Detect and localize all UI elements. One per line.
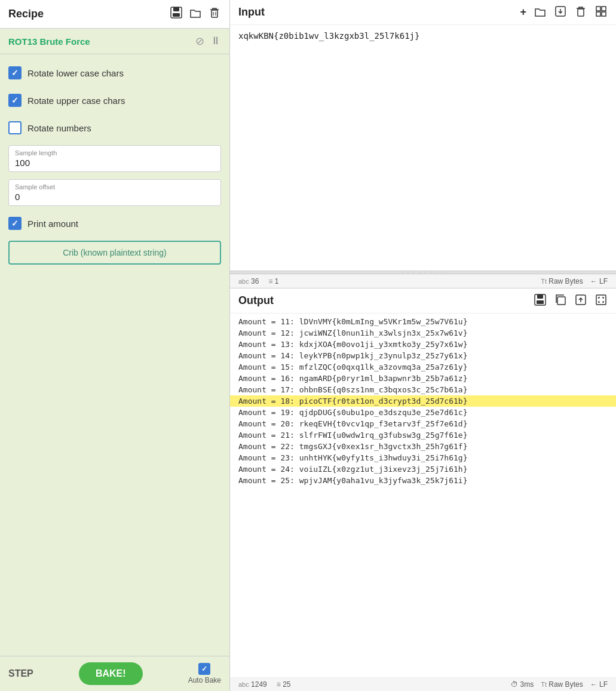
svg-rect-1 bbox=[173, 7, 179, 11]
output-content: Amount = 11: lDVnVMY{k0mLmIng_w5VKr1m5w_… bbox=[230, 314, 616, 677]
print-amount-row: ✓ Print amount bbox=[8, 213, 221, 234]
output-export-icon[interactable] bbox=[574, 293, 587, 308]
recipe-footer: STEP BAKE! ✓ Auto Bake bbox=[0, 656, 229, 691]
output-time: ⏱ 3ms bbox=[511, 680, 534, 689]
input-encoding: Tt Raw Bytes bbox=[541, 277, 583, 285]
output-line: Amount = 24: voiuIZL{x0zgz1ut_j3ixevz3j_… bbox=[230, 463, 616, 475]
svg-rect-19 bbox=[596, 295, 606, 305]
output-section: Output bbox=[230, 288, 616, 691]
svg-rect-16 bbox=[557, 297, 565, 305]
svg-rect-10 bbox=[602, 7, 606, 11]
pause-icon[interactable]: ⏸ bbox=[210, 35, 221, 48]
checkmark: ✓ bbox=[11, 96, 19, 105]
output-line: Amount = 12: jcwiWNZ{l0nun1ih_x3wlsjn3x_… bbox=[230, 327, 616, 339]
rotate-numbers-row: Rotate numbers bbox=[8, 118, 221, 138]
output-line: Amount = 22: tmgsGXJ{v0xex1sr_h3gvctx3h_… bbox=[230, 441, 616, 452]
checkmark: ✓ bbox=[11, 68, 19, 78]
sample-length-group[interactable]: Sample length 100 bbox=[8, 145, 221, 172]
output-save-icon[interactable] bbox=[534, 293, 547, 308]
recipe-header-title: Recipe bbox=[8, 8, 44, 20]
output-line: Amount = 18: picoCTF{r0tat1on_d3crypt3d_… bbox=[230, 395, 616, 407]
svg-rect-15 bbox=[537, 300, 544, 304]
recipe-name-label: ROT13 Brute Force bbox=[8, 36, 90, 47]
input-section: Input + bbox=[230, 0, 616, 288]
output-line: Amount = 16: ngamARD{p0ryr1ml_b3apwnr3b_… bbox=[230, 373, 616, 384]
output-line: Amount = 19: qjdpDUG{s0ubu1po_e3dszqu3e_… bbox=[230, 407, 616, 418]
rotate-upper-label: Rotate upper case chars bbox=[27, 96, 125, 106]
rotate-numbers-checkbox[interactable] bbox=[8, 121, 22, 134]
recipe-header: Recipe bbox=[0, 0, 229, 29]
auto-bake-label: Auto Bake bbox=[188, 676, 221, 684]
sample-offset-value[interactable]: 0 bbox=[15, 192, 214, 202]
sample-length-label: Sample length bbox=[15, 149, 214, 156]
recipe-name-bar: ROT13 Brute Force ⊘ ⏸ bbox=[0, 29, 229, 54]
output-maximize-icon[interactable] bbox=[594, 293, 608, 308]
svg-rect-8 bbox=[578, 9, 584, 16]
auto-bake-checkbox[interactable]: ✓ bbox=[198, 663, 210, 675]
output-copy-icon[interactable] bbox=[554, 293, 567, 308]
input-header-icons: + bbox=[520, 5, 608, 20]
input-line-count: ≡ 1 bbox=[268, 277, 278, 285]
print-amount-label: Print amount bbox=[27, 219, 78, 229]
output-line: Amount = 23: unhtHYK{w0yfy1ts_i3hwduy3i_… bbox=[230, 452, 616, 463]
output-line: Amount = 13: kdxjXOA{m0ovo1ji_y3xmtko3y_… bbox=[230, 339, 616, 350]
sample-length-value[interactable]: 100 bbox=[15, 158, 214, 168]
sample-offset-group[interactable]: Sample offset 0 bbox=[8, 179, 221, 206]
output-line: Amount = 11: lDVnVMY{k0mLmIng_w5VKr1m5w_… bbox=[230, 316, 616, 327]
rotate-lower-label: Rotate lower case chars bbox=[27, 68, 124, 78]
output-line: Amount = 14: leykYPB{n0pwp1kj_z3ynulp3z_… bbox=[230, 350, 616, 361]
input-delete-icon[interactable] bbox=[574, 5, 587, 20]
crib-button[interactable]: Crib (known plaintext string) bbox=[8, 241, 221, 265]
rotate-lower-row: ✓ Rotate lower case chars bbox=[8, 63, 221, 83]
rotate-upper-row: ✓ Rotate upper case chars bbox=[8, 90, 221, 110]
output-line: Amount = 25: wpjvJAM{y0aha1vu_k3jyfwa3k_… bbox=[230, 475, 616, 486]
print-amount-checkbox[interactable]: ✓ bbox=[8, 217, 22, 230]
recipe-header-icons bbox=[170, 6, 221, 22]
input-layout-icon[interactable] bbox=[594, 5, 608, 20]
output-encoding: Tt Raw Bytes bbox=[541, 680, 583, 689]
output-line-count: ≡ 25 bbox=[277, 680, 291, 689]
auto-bake-group: ✓ Auto Bake bbox=[188, 663, 221, 684]
output-line: Amount = 15: mfzlZQC{o0qxq1lk_a3zovmq3a_… bbox=[230, 361, 616, 373]
sample-offset-label: Sample offset bbox=[15, 183, 214, 191]
svg-rect-12 bbox=[602, 12, 606, 16]
output-header-icons bbox=[534, 293, 608, 308]
svg-rect-2 bbox=[173, 13, 180, 17]
output-line: Amount = 17: ohbnBSE{q0szs1nm_c3bqxos3c_… bbox=[230, 384, 616, 395]
output-header: Output bbox=[230, 288, 616, 314]
input-header: Input + bbox=[230, 0, 616, 25]
save-icon[interactable] bbox=[170, 6, 183, 22]
input-open-icon[interactable] bbox=[534, 5, 547, 20]
output-char-count: abc 1249 bbox=[238, 680, 267, 689]
open-icon[interactable] bbox=[189, 6, 202, 22]
input-statusbar: abc 36 ≡ 1 Tt Raw Bytes ← LF bbox=[230, 274, 616, 288]
bake-button[interactable]: BAKE! bbox=[79, 662, 143, 685]
input-char-count: abc 36 bbox=[238, 277, 259, 285]
recipe-name-controls: ⊘ ⏸ bbox=[195, 35, 221, 48]
rotate-lower-checkbox[interactable]: ✓ bbox=[8, 66, 22, 79]
output-line: Amount = 21: slfrFWI{u0wdw1rq_g3fubsw3g_… bbox=[230, 429, 616, 441]
recipe-options: ✓ Rotate lower case chars ✓ Rotate upper… bbox=[0, 54, 229, 656]
svg-rect-14 bbox=[537, 294, 543, 299]
step-button[interactable]: STEP bbox=[8, 668, 33, 679]
checkmark: ✓ bbox=[11, 219, 19, 228]
rotate-upper-checkbox[interactable]: ✓ bbox=[8, 94, 22, 107]
output-statusbar: abc 1249 ≡ 25 ⏱ 3ms Tt Raw Bytes bbox=[230, 677, 616, 691]
svg-rect-9 bbox=[596, 7, 600, 11]
delete-icon[interactable] bbox=[208, 6, 221, 22]
output-line: Amount = 20: rkeqEVH{t0vcv1qp_f3etarv3f_… bbox=[230, 418, 616, 429]
svg-rect-3 bbox=[212, 10, 217, 17]
input-import-icon[interactable] bbox=[554, 5, 567, 20]
input-newline: ← LF bbox=[590, 277, 608, 285]
input-add-icon[interactable]: + bbox=[520, 6, 526, 19]
svg-rect-11 bbox=[596, 12, 600, 16]
rotate-numbers-label: Rotate numbers bbox=[27, 123, 91, 133]
input-textarea[interactable]: xqkwKBN{z0bib1wv_l3kzgxb3l_25l7k61j} bbox=[230, 25, 616, 271]
output-newline: ← LF bbox=[590, 680, 608, 689]
output-title: Output bbox=[238, 294, 274, 307]
disable-icon[interactable]: ⊘ bbox=[195, 35, 204, 48]
input-title: Input bbox=[238, 6, 265, 19]
